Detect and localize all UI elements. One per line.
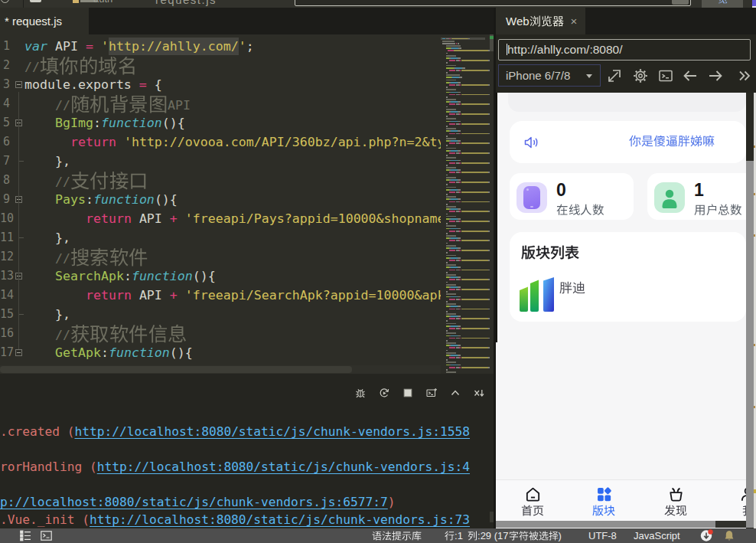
file-icon[interactable] — [30, 0, 41, 2]
outline-list-icon[interactable] — [20, 530, 31, 541]
gear-icon[interactable] — [632, 67, 649, 84]
new-console-icon[interactable] — [426, 388, 437, 398]
basket-icon — [667, 486, 685, 503]
fold-guide-line — [18, 92, 19, 349]
code-editor[interactable]: 1var API = 'http://ahlly.com/';2//3modul… — [0, 34, 494, 374]
line-number[interactable]: 13 — [0, 267, 13, 286]
editor-hscrollbar[interactable] — [0, 365, 494, 374]
language-status[interactable]: JavaScript — [634, 528, 680, 543]
tab-request-js[interactable]: * request.js — [0, 8, 89, 34]
code-line[interactable]: 13 SearchApk:function(){ — [0, 267, 441, 286]
browser-viewport: 0 1 — [496, 93, 746, 528]
restart-icon[interactable] — [379, 388, 389, 398]
back-arrow-icon[interactable] — [682, 67, 699, 84]
code-lines: 1var API = 'http://ahlly.com/';2//3modul… — [0, 37, 441, 371]
bell-icon[interactable] — [724, 530, 735, 541]
code-line[interactable]: 10 return API + 'freeapi/Pays?appid=1000… — [0, 209, 441, 228]
fold-marker[interactable] — [15, 81, 22, 88]
console-icon[interactable] — [657, 67, 674, 84]
console-link[interactable]: http://localhost:8080/static/js/chunk-ve… — [97, 460, 470, 474]
forward-arrow-icon[interactable] — [707, 67, 724, 84]
stat-card-users[interactable]: 1 — [647, 173, 746, 220]
line-number[interactable]: 9 — [0, 190, 13, 209]
tab-sections[interactable] — [579, 480, 628, 522]
minimap[interactable] — [441, 34, 494, 374]
url-input[interactable]: http://ahlly.com/:8080/ — [498, 39, 751, 61]
console-link[interactable]: http://localhost:8080/static/js/chunk-ve… — [74, 424, 470, 439]
section-list-card — [510, 232, 746, 322]
notice-bar[interactable] — [510, 121, 746, 163]
board-name[interactable] — [559, 281, 585, 296]
breadcrumb-auth[interactable]: auth — [93, 0, 112, 8]
line-number[interactable]: 10 — [0, 209, 13, 228]
console-output: .created (http://localhost:8080/static/j… — [0, 423, 484, 528]
line-number[interactable]: 15 — [0, 305, 13, 324]
line-number[interactable]: 16 — [0, 324, 13, 343]
line-number[interactable]: 12 — [0, 247, 13, 267]
line-number[interactable]: 1 — [0, 37, 13, 56]
tab-web-browser[interactable]: Web× — [496, 8, 585, 34]
line-number[interactable]: 5 — [0, 113, 13, 132]
open-external-icon[interactable] — [606, 67, 623, 84]
code-line[interactable]: 9 Pays:function(){ — [0, 190, 441, 209]
syntax-lib-status[interactable] — [372, 528, 422, 543]
console-row — [0, 476, 484, 493]
stat-card-online[interactable]: 0 — [510, 173, 634, 220]
line-number[interactable]: 14 — [0, 286, 13, 305]
code-line[interactable]: 16 // — [0, 324, 441, 343]
code-line[interactable]: 11 }, — [0, 228, 441, 247]
code-line[interactable]: 14 return API + 'freeapi/SearchApk?appid… — [0, 286, 441, 305]
terminal-icon[interactable] — [41, 530, 52, 541]
console-error-text: .Vue._init ( — [0, 512, 90, 527]
console-link[interactable]: p://localhost:8080/static/js/chunk-vendo… — [0, 495, 388, 509]
line-number[interactable]: 3 — [0, 75, 13, 94]
collapse-up-icon[interactable] — [450, 388, 461, 398]
code-line[interactable]: 6 return 'http://ovooa.com/API/360bz/api… — [0, 132, 441, 152]
line-number[interactable]: 7 — [0, 152, 13, 171]
breadcrumb-file[interactable]: request.js — [155, 0, 217, 8]
line-number[interactable]: 2 — [0, 56, 13, 75]
close-icon[interactable]: × — [571, 8, 578, 34]
viewport-hscrollbar[interactable] — [496, 521, 746, 528]
line-number[interactable]: 17 — [0, 343, 13, 362]
code-line[interactable]: 8 // — [0, 171, 441, 190]
window-edge-fragment — [752, 0, 756, 6]
cursor-line-status[interactable]: :1 — [445, 528, 463, 543]
code-line[interactable]: 2// — [0, 56, 441, 75]
device-select[interactable]: iPhone 6/7/8 — [498, 64, 601, 87]
toolbar-icon[interactable] — [1, 0, 9, 3]
console-row: .created (http://localhost:8080/static/j… — [0, 423, 484, 440]
code-line[interactable]: 12 // — [0, 247, 441, 267]
breadcrumb-icon — [73, 0, 79, 3]
debug-bug-icon[interactable] — [355, 388, 366, 398]
toolbar-button[interactable] — [702, 0, 743, 8]
line-number[interactable]: 4 — [0, 94, 13, 113]
search-filter-button[interactable] — [672, 0, 689, 5]
code-line[interactable]: 17 GetApk:function(){ — [0, 343, 441, 362]
code-line[interactable]: 15 }, — [0, 305, 441, 324]
fold-marker[interactable] — [15, 349, 22, 356]
code-line[interactable]: 7 }, — [0, 152, 441, 171]
more-chevrons-icon[interactable] — [738, 67, 751, 84]
clear-scroll-icon[interactable] — [474, 388, 484, 398]
encoding-status[interactable]: UTF-8 — [588, 528, 617, 543]
status-bar: :1 :29 (17) UTF-8 JavaScript — [0, 528, 756, 543]
tab-discover[interactable] — [651, 480, 700, 522]
code-line[interactable]: 5 BgImg:function(){ — [0, 113, 441, 132]
code-line[interactable]: 3module.exports = { — [0, 75, 441, 94]
tab-me[interactable] — [723, 480, 746, 522]
board-logo[interactable] — [520, 277, 554, 312]
line-number[interactable]: 11 — [0, 228, 13, 247]
code-line[interactable]: 1var API = 'http://ahlly.com/'; — [0, 37, 441, 56]
global-search-input[interactable] — [295, 0, 691, 6]
viewport-vscrollbar[interactable] — [746, 161, 754, 528]
code-line[interactable]: 4 //API — [0, 94, 441, 113]
stat-value: 1 — [694, 180, 704, 201]
update-icon[interactable] — [700, 529, 713, 542]
cursor-col-status[interactable]: :29 (17) — [468, 528, 562, 543]
stop-icon[interactable] — [402, 388, 413, 398]
line-number[interactable]: 6 — [0, 132, 13, 152]
line-number[interactable]: 8 — [0, 171, 13, 190]
tab-home[interactable] — [508, 480, 557, 522]
console-link[interactable]: http://localhost:8080/static/js/chunk-ve… — [90, 512, 470, 527]
